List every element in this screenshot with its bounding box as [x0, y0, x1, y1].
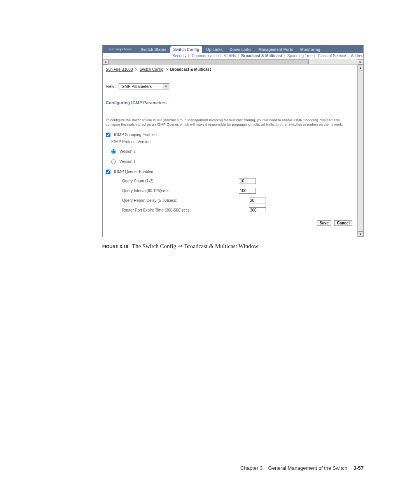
query-interval-label: Query Interval(60-125)secs:: [106, 189, 239, 193]
figure-caption: FIGURE 3-19 The Switch Config ⇒ Broadcas…: [102, 243, 364, 250]
subtab-class-of-service[interactable]: Class of Service: [318, 54, 346, 58]
subtab-security[interactable]: Security: [172, 54, 186, 58]
main-tabs-row: microsystems Switch Status Switch Config…: [103, 45, 363, 53]
breadcrumb-root[interactable]: Sun Fire B1600: [106, 67, 133, 72]
querier-checkbox[interactable]: [106, 170, 110, 174]
chevron-down-icon[interactable]: ▼: [163, 84, 169, 89]
version2-label: Version 2: [119, 149, 136, 154]
snooping-row: IGMP Snooping Enabled: [106, 133, 360, 137]
query-count-label: Query Count (1-2):: [106, 179, 239, 183]
breadcrumb-sep: >: [134, 67, 138, 72]
subtab-sep: |: [346, 54, 350, 58]
router-port-expire-row: Router Port Expire Time (300-500)secs:: [106, 207, 360, 213]
subtab-sep: |: [313, 54, 317, 58]
query-interval-input[interactable]: [239, 188, 256, 194]
scroll-right-icon[interactable]: ►: [358, 59, 363, 65]
subtab-address[interactable]: Addres: [351, 54, 363, 58]
scroll-left-icon[interactable]: ◄: [103, 59, 108, 65]
view-select[interactable]: IGMP Parameters ▼: [119, 83, 169, 89]
subtab-communication[interactable]: Communication: [192, 54, 219, 58]
subtab-spanning-tree[interactable]: Spanning Tree: [287, 54, 313, 58]
logo: microsystems: [103, 45, 138, 53]
protocol-version-row: IGMP Protocol Version: [106, 140, 360, 144]
figure-label: FIGURE 3-19: [102, 244, 128, 249]
breadcrumb: Sun Fire B1600 > Switch Config > Broadca…: [106, 67, 360, 72]
subtab-sep: |: [282, 54, 286, 58]
scroll-down-icon[interactable]: ▼: [358, 231, 363, 237]
subtab-vlans[interactable]: VLANs: [224, 54, 236, 58]
page-footer: Chapter 3 General Management of the Swit…: [102, 465, 364, 471]
view-label: View :: [106, 84, 116, 89]
button-row: Save Cancel: [106, 220, 360, 226]
query-count-input[interactable]: [239, 178, 256, 184]
tab-up-links[interactable]: Up Links: [203, 46, 226, 53]
footer-title: General Management of the Switch: [268, 465, 348, 471]
query-report-delay-input[interactable]: [249, 198, 266, 203]
content-pane: ▲ ▼ Sun Fire B1600 > Switch Config > Bro…: [103, 65, 363, 237]
hscroll-thumb[interactable]: [108, 60, 309, 64]
subtab-sep: |: [187, 54, 191, 58]
view-select-value: IGMP Parameters: [121, 84, 152, 89]
snooping-label: IGMP Snooping Enabled: [114, 133, 157, 137]
breadcrumb-sep: >: [164, 67, 169, 72]
query-report-delay-row: Query Report Delay (5-30)secs:: [106, 198, 360, 203]
breadcrumb-mid[interactable]: Switch Config: [140, 67, 163, 72]
tab-management-ports[interactable]: Management Ports: [256, 46, 296, 53]
subtab-sep: |: [219, 54, 223, 58]
version2-row: Version 2: [106, 149, 360, 154]
tab-switch-status[interactable]: Switch Status: [138, 46, 170, 53]
protocol-version-label: IGMP Protocol Version: [111, 140, 150, 144]
querier-label: IGMP Querier Enabled: [114, 170, 153, 174]
query-count-row: Query Count (1-2):: [106, 178, 360, 184]
subtab-broadcast-multicast[interactable]: Broadcast & Multicast: [241, 54, 282, 58]
version2-radio[interactable]: [111, 149, 116, 154]
version1-row: Version 1: [106, 159, 360, 164]
subtab-sep: |: [236, 54, 240, 58]
query-interval-row: Query Interval(60-125)secs:: [106, 188, 360, 194]
view-row: View : IGMP Parameters ▼: [106, 83, 360, 89]
tab-monitoring[interactable]: Monitoring: [297, 46, 324, 53]
querier-row: IGMP Querier Enabled: [106, 170, 360, 174]
router-port-expire-label: Router Port Expire Time (300-500)secs:: [106, 208, 239, 212]
tab-switch-config[interactable]: Switch Config: [170, 46, 203, 53]
snooping-checkbox[interactable]: [106, 133, 110, 137]
app-window: microsystems Switch Status Switch Config…: [102, 45, 364, 237]
footer-page: 3-57: [354, 465, 364, 471]
sub-tabs-row: Security| Communication| VLANs| Broadcas…: [103, 53, 363, 59]
footer-chapter: Chapter 3: [240, 465, 262, 471]
vertical-scrollbar[interactable]: ▲ ▼: [357, 65, 363, 237]
tab-down-links[interactable]: Down Links: [226, 46, 254, 53]
cancel-button[interactable]: Cancel: [334, 220, 352, 226]
save-button[interactable]: Save: [317, 220, 331, 226]
figure-text: The Switch Config ⇒ Broadcast & Multicas…: [132, 243, 258, 249]
hscroll-track[interactable]: [108, 59, 358, 65]
vscroll-track[interactable]: [358, 70, 363, 231]
description-text: To configure the switch to use IGMP (Int…: [106, 118, 360, 127]
query-report-delay-label: Query Report Delay (5-30)secs:: [106, 198, 239, 203]
version1-label: Version 1: [119, 159, 136, 164]
section-heading: Configuring IGMP Parameters: [106, 100, 360, 105]
horizontal-scrollbar[interactable]: ◄ ►: [103, 59, 363, 65]
version1-radio[interactable]: [111, 159, 116, 164]
router-port-expire-input[interactable]: [249, 207, 266, 213]
breadcrumb-current: Broadcast & Multicast: [170, 67, 211, 72]
scroll-up-icon[interactable]: ▲: [358, 65, 363, 70]
